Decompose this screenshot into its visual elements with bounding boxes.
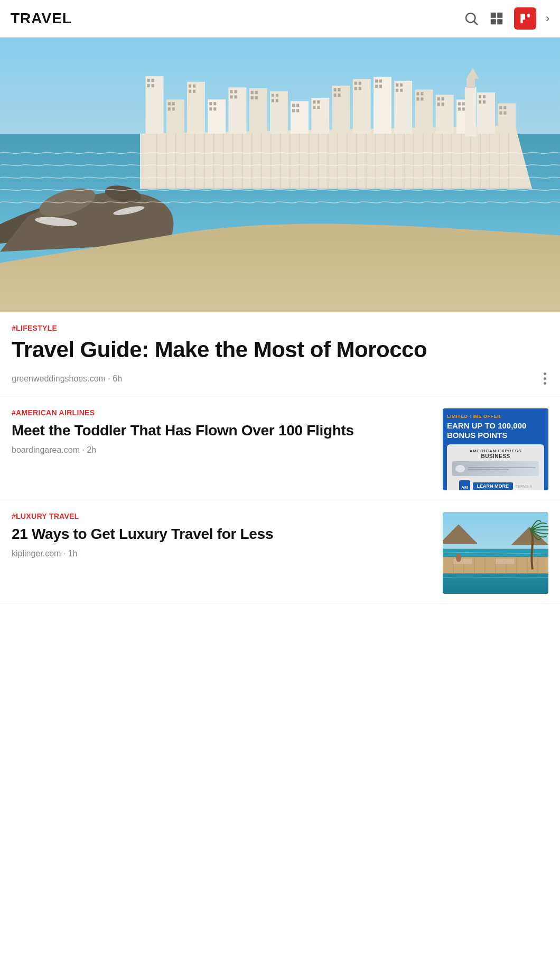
svg-line-1 — [474, 22, 477, 24]
svg-rect-5 — [497, 19, 502, 24]
ad-card-type: BUSINESS — [481, 453, 510, 459]
card-lines — [468, 467, 536, 470]
ad-banner[interactable]: LIMITED TIME OFFER EARN UP TO 100,000 BO… — [443, 408, 548, 490]
search-icon — [463, 11, 479, 26]
card-chip — [455, 465, 465, 472]
svg-point-0 — [466, 13, 475, 23]
chevron-right-icon: › — [546, 12, 549, 25]
svg-rect-2 — [490, 13, 496, 18]
grid-icon — [489, 11, 505, 26]
grid-button[interactable] — [489, 11, 505, 26]
article-content: #LUXURY TRAVEL 21 Ways to Get Luxury Tra… — [12, 512, 434, 558]
article-title: Meet the Toddler That Has Flown Over 100… — [12, 422, 434, 439]
more-options-button[interactable] — [542, 370, 548, 387]
article-source-time: kiplinger.com · 1h — [12, 549, 78, 558]
article-item[interactable]: #AMERICAN AIRLINES Meet the Toddler That… — [0, 397, 560, 500]
article-meta: greenweddingshoes.com · 6h — [12, 370, 548, 387]
article-content: #AMERICAN AIRLINES Meet the Toddler That… — [12, 408, 434, 455]
more-button[interactable]: › — [546, 12, 549, 25]
page-title: TRAVEL — [11, 10, 463, 27]
article-item[interactable]: #LIFESTYLE Travel Guide: Make the Most o… — [0, 312, 560, 397]
article-title: 21 Ways to Get Luxury Travel for Less — [12, 526, 434, 543]
amex-branding: AM LEARN MORE TERMS A — [459, 480, 532, 490]
resort-image — [443, 512, 548, 594]
article-meta: kiplinger.com · 1h — [12, 549, 434, 558]
dot — [544, 382, 546, 385]
svg-rect-3 — [497, 13, 502, 18]
article-meta: boardingarea.com · 2h — [12, 445, 434, 455]
flipboard-logo — [514, 7, 536, 30]
search-button[interactable] — [463, 11, 479, 26]
article-tag: #LUXURY TRAVEL — [12, 512, 434, 520]
article-item[interactable]: #LUXURY TRAVEL 21 Ways to Get Luxury Tra… — [0, 500, 560, 604]
header-icons: › — [463, 7, 549, 30]
article-tag: #LIFESTYLE — [12, 324, 548, 332]
article-thumbnail — [443, 512, 548, 594]
ad-card-visual: AMERICAN EXPRESS BUSINESS AM LEARN MORE … — [447, 444, 544, 490]
amex-logo-box: AM — [459, 480, 470, 490]
article-source-time: greenweddingshoes.com · 6h — [12, 374, 122, 384]
hero-image — [0, 38, 560, 312]
article-tag: #AMERICAN AIRLINES — [12, 408, 434, 417]
ad-terms: TERMS A — [516, 484, 532, 488]
ad-headline: EARN UP TO 100,000 BONUS POINTS — [447, 421, 544, 440]
ad-card-graphic — [452, 461, 539, 476]
flipboard-f-icon — [518, 12, 532, 25]
ad-learn-more-button[interactable]: LEARN MORE — [472, 482, 514, 490]
app-header: TRAVEL › — [0, 0, 560, 38]
dot — [544, 377, 546, 380]
ad-limited-offer: LIMITED TIME OFFER — [447, 414, 501, 419]
flipboard-button[interactable] — [514, 7, 536, 30]
svg-rect-4 — [490, 19, 496, 24]
article-source-time: boardingarea.com · 2h — [12, 445, 96, 455]
ad-card-brand: AMERICAN EXPRESS — [469, 449, 521, 453]
dot — [544, 372, 546, 375]
hero-image-container[interactable] — [0, 38, 560, 312]
article-title: Travel Guide: Make the Most of Morocco — [12, 338, 548, 362]
